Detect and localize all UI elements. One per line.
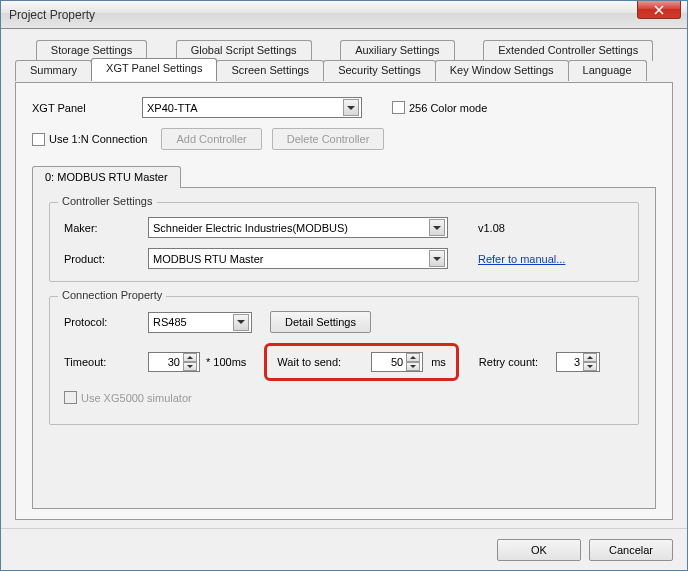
wait-value: 50 <box>372 356 406 368</box>
delete-controller-button: Delete Controller <box>272 128 385 150</box>
xgt-panel-select[interactable]: XP40-TTA <box>142 97 362 118</box>
protocol-label: Protocol: <box>64 316 148 328</box>
wait-spinner[interactable]: 50 <box>371 352 423 372</box>
chevron-down-icon <box>429 250 445 267</box>
wait-unit: ms <box>431 356 446 368</box>
timeout-unit: * 100ms <box>206 356 246 368</box>
controller-tab-0[interactable]: 0: MODBUS RTU Master <box>32 166 181 188</box>
tab-xgt-panel-settings[interactable]: XGT Panel Settings <box>91 58 217 81</box>
color-mode-label: 256 Color mode <box>409 102 487 114</box>
spin-up-icon[interactable] <box>183 353 197 362</box>
add-controller-button: Add Controller <box>161 128 261 150</box>
close-button[interactable] <box>637 1 681 19</box>
manual-link[interactable]: Refer to manual... <box>478 253 565 265</box>
retry-spinner[interactable]: 3 <box>556 352 600 372</box>
use-1n-label: Use 1:N Connection <box>49 133 147 145</box>
ok-button[interactable]: OK <box>497 539 581 561</box>
tab-panel-xgt: XGT Panel XP40-TTA 256 Color mode Use 1:… <box>15 82 673 520</box>
spin-up-icon[interactable] <box>406 353 420 362</box>
dialog-content: Storage Settings Global Script Settings … <box>1 29 687 528</box>
main-tabstrip: Storage Settings Global Script Settings … <box>15 39 673 83</box>
timeout-spinner[interactable]: 30 <box>148 352 200 372</box>
product-label: Product: <box>64 253 148 265</box>
project-property-dialog: Project Property Storage Settings Global… <box>0 0 688 571</box>
spin-up-icon[interactable] <box>583 353 597 362</box>
spin-down-icon[interactable] <box>406 362 420 371</box>
chevron-down-icon <box>343 99 359 116</box>
retry-value: 3 <box>557 356 583 368</box>
timeout-label: Timeout: <box>64 356 148 368</box>
use-1n-checkbox[interactable] <box>32 133 45 146</box>
xgt-panel-label: XGT Panel <box>32 102 142 114</box>
tab-auxiliary-settings[interactable]: Auxiliary Settings <box>340 40 454 61</box>
spin-down-icon[interactable] <box>583 362 597 371</box>
cancel-button[interactable]: Cancelar <box>589 539 673 561</box>
maker-select[interactable]: Schneider Electric Industries(MODBUS) <box>148 217 448 238</box>
close-icon <box>654 5 664 15</box>
wait-label: Wait to send: <box>277 356 341 368</box>
tab-security-settings[interactable]: Security Settings <box>323 60 436 81</box>
titlebar: Project Property <box>1 1 687 29</box>
protocol-value: RS485 <box>153 316 187 328</box>
controller-settings-group: Controller Settings Maker: Schneider Ele… <box>49 202 639 282</box>
version-label: v1.08 <box>478 222 505 234</box>
simulator-label: Use XG5000 simulator <box>81 392 192 404</box>
connection-property-legend: Connection Property <box>58 289 166 301</box>
tab-extended-controller-settings[interactable]: Extended Controller Settings <box>483 40 653 61</box>
xgt-panel-value: XP40-TTA <box>147 102 198 114</box>
chevron-down-icon <box>429 219 445 236</box>
detail-settings-button[interactable]: Detail Settings <box>270 311 371 333</box>
product-value: MODBUS RTU Master <box>153 253 263 265</box>
tab-language[interactable]: Language <box>568 60 647 81</box>
tab-key-window-settings[interactable]: Key Window Settings <box>435 60 569 81</box>
product-select[interactable]: MODBUS RTU Master <box>148 248 448 269</box>
maker-label: Maker: <box>64 222 148 234</box>
controller-tab-panel: Controller Settings Maker: Schneider Ele… <box>32 187 656 509</box>
window-title: Project Property <box>9 8 95 22</box>
color-mode-checkbox[interactable] <box>392 101 405 114</box>
spin-down-icon[interactable] <box>183 362 197 371</box>
chevron-down-icon <box>233 314 249 331</box>
protocol-select[interactable]: RS485 <box>148 312 252 333</box>
timeout-value: 30 <box>149 356 183 368</box>
maker-value: Schneider Electric Industries(MODBUS) <box>153 222 348 234</box>
simulator-checkbox <box>64 391 77 404</box>
wait-to-send-highlight: Wait to send: 50 ms <box>264 343 458 381</box>
connection-property-group: Connection Property Protocol: RS485 Deta… <box>49 296 639 425</box>
tab-summary[interactable]: Summary <box>15 60 92 81</box>
tab-screen-settings[interactable]: Screen Settings <box>216 60 324 81</box>
controller-settings-legend: Controller Settings <box>58 195 157 207</box>
dialog-footer: OK Cancelar <box>1 528 687 570</box>
retry-label: Retry count: <box>479 356 538 368</box>
